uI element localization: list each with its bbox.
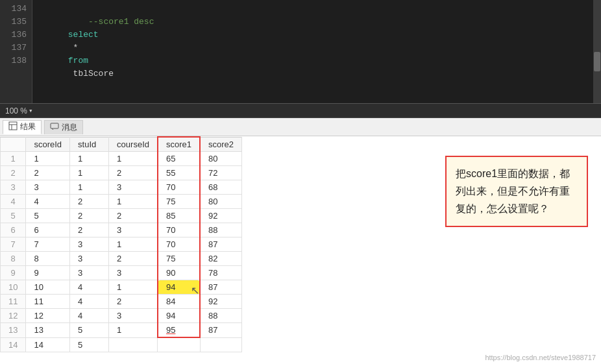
col-header-stuId: stuId (70, 137, 109, 152)
cell-score2-8: 82 (200, 252, 242, 266)
cell-scoreId-10: 10 (26, 280, 70, 295)
cell-stuId-10: 4 (70, 280, 109, 295)
line-num-134: 134 (0, 3, 32, 16)
cell-score2-14 (200, 337, 242, 352)
comment-text: --score1 desc (68, 17, 154, 27)
col-header-score1: score1 (158, 137, 200, 152)
cell-scoreId-8: 8 (26, 252, 70, 266)
table-row: 6 6 2 3 70 88 (1, 223, 242, 237)
cell-score1-13: 95 (158, 323, 200, 338)
cell-score1-14 (158, 337, 200, 352)
cell-courseId-13: 1 (109, 323, 158, 338)
cell-courseId-4: 1 (109, 195, 158, 209)
cell-scoreId-4: 4 (26, 195, 70, 209)
tab-results[interactable]: 结果 (3, 120, 42, 134)
cell-stuId-5: 2 (70, 209, 109, 223)
cell-stuId-11: 4 (70, 295, 109, 309)
cell-scoreId-7: 7 (26, 237, 70, 252)
table-icon (8, 121, 18, 132)
cell-score2-12: 88 (200, 309, 242, 323)
cell-scoreId-14: 14 (26, 337, 70, 352)
line-num-138: 138 (0, 55, 32, 67)
row-num-8: 8 (1, 252, 26, 266)
cell-courseId-14 (109, 337, 158, 352)
code-line-137 (38, 42, 588, 55)
table-row: 5 5 2 2 85 92 (1, 209, 242, 223)
cell-score2-13: 87 (200, 323, 242, 338)
cell-score2-6: 88 (200, 223, 242, 237)
callout-text: 把score1里面的数据，都列出来，但是不允许有重复的，怎么设置呢？ (456, 168, 570, 214)
scrollbar-thumb[interactable] (594, 52, 600, 71)
cell-stuId-9: 3 (70, 266, 109, 280)
line-numbers: 134 135 136 137 138 (0, 0, 32, 103)
code-content[interactable]: --score1 desc select * from tblScore (32, 0, 593, 103)
zoom-bar: 100 % ▾ (0, 104, 601, 118)
line-num-136: 136 (0, 29, 32, 42)
cell-courseId-3: 3 (109, 180, 158, 195)
row-num-13: 13 (1, 323, 26, 338)
cell-score2-4: 80 (200, 195, 242, 209)
table-row: 13 13 5 1 95 87 (1, 323, 242, 338)
table-row: 7 7 3 1 70 87 (1, 237, 242, 252)
cell-scoreId-13: 13 (26, 323, 70, 338)
cell-score2-10: 87 (200, 280, 242, 295)
cell-score1-6: 70 (158, 223, 200, 237)
cell-scoreId-2: 2 (26, 166, 70, 180)
from-keyword: from (68, 56, 88, 66)
cell-score2-9: 78 (200, 266, 242, 280)
cell-courseId-1: 1 (109, 152, 158, 166)
cell-stuId-12: 4 (70, 309, 109, 323)
row-num-5: 5 (1, 209, 26, 223)
cell-score1-10[interactable]: 94 ↖ (158, 280, 200, 295)
cell-courseId-5: 2 (109, 209, 158, 223)
row-num-6: 6 (1, 223, 26, 237)
cell-score1-7: 70 (158, 237, 200, 252)
row-num-9: 9 (1, 266, 26, 280)
cell-score1-11: 84 (158, 295, 200, 309)
code-editor: 134 135 136 137 138 --score1 desc select… (0, 0, 601, 104)
row-num-3: 3 (1, 180, 26, 195)
col-header-rownum (1, 137, 26, 152)
cell-scoreId-11: 11 (26, 295, 70, 309)
table-row: 14 14 5 (1, 337, 242, 352)
table-row: 2 2 1 2 55 72 (1, 166, 242, 180)
col-header-scoreId: scoreId (26, 137, 70, 152)
cell-scoreId-9: 9 (26, 266, 70, 280)
cell-stuId-1: 1 (70, 152, 109, 166)
results-tabs: 结果 消息 (0, 118, 601, 136)
cell-score2-7: 87 (200, 237, 242, 252)
table-row: 10 10 4 1 94 ↖ 87 (1, 280, 242, 295)
cell-courseId-10: 1 (109, 280, 158, 295)
underline-value: 95 (166, 325, 175, 335)
row-num-7: 7 (1, 237, 26, 252)
watermark: https://blog.csdn.net/steve1988717 (485, 354, 596, 361)
cell-stuId-13: 5 (70, 323, 109, 338)
cell-stuId-3: 1 (70, 180, 109, 195)
message-icon (50, 122, 59, 133)
cell-score1-4: 75 (158, 195, 200, 209)
svg-rect-3 (51, 123, 58, 128)
cell-score1-3: 70 (158, 180, 200, 195)
row-num-12: 12 (1, 309, 26, 323)
table-row: 11 11 4 2 84 92 (1, 295, 242, 309)
callout-box: 把score1里面的数据，都列出来，但是不允许有重复的，怎么设置呢？ (445, 156, 588, 227)
cell-score1-2: 55 (158, 166, 200, 180)
vertical-scrollbar[interactable] (593, 0, 601, 103)
cell-score2-3: 68 (200, 180, 242, 195)
cell-stuId-6: 2 (70, 223, 109, 237)
tab-messages[interactable]: 消息 (44, 120, 83, 134)
cell-scoreId-5: 5 (26, 209, 70, 223)
table-row: 12 12 4 3 94 88 (1, 309, 242, 323)
cell-courseId-6: 3 (109, 223, 158, 237)
data-table-container[interactable]: scoreId stuId courseId score1 score2 1 1… (0, 136, 601, 364)
table-name: tblScore (68, 69, 114, 79)
cell-score1-1: 65 (158, 152, 200, 166)
col-header-score2: score2 (200, 137, 242, 152)
cell-courseId-11: 2 (109, 295, 158, 309)
zoom-dropdown-icon[interactable]: ▾ (29, 106, 33, 115)
cell-score1-5: 85 (158, 209, 200, 223)
cell-score1-12: 94 (158, 309, 200, 323)
table-row: 9 9 3 3 90 78 (1, 266, 242, 280)
row-num-10: 10 (1, 280, 26, 295)
row-num-1: 1 (1, 152, 26, 166)
